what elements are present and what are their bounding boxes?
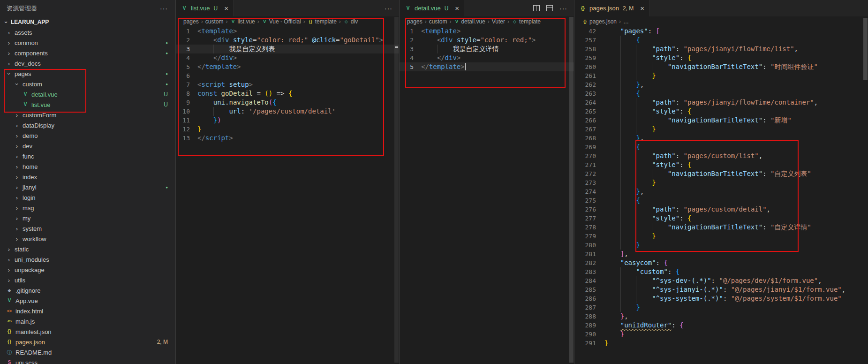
scrollbar-thumb[interactable] <box>569 17 574 363</box>
close-icon[interactable]: × <box>455 5 459 12</box>
tab-list.vue[interactable]: Vlist.vueU× <box>176 0 234 16</box>
indent-guide <box>636 276 636 285</box>
tree-folder-dataDisplay[interactable]: ›dataDisplay <box>0 120 175 130</box>
breadcrumb-item[interactable]: ◇template <box>512 18 541 25</box>
project-root-row[interactable]: › LEARUN_APP <box>0 17 175 27</box>
code-editor-detail-vue[interactable]: 1<template>2 <div style="color: red;">3 … <box>400 27 574 364</box>
breadcrumb-item[interactable]: pages <box>183 18 199 25</box>
tree-folder-static[interactable]: ›static <box>0 244 175 254</box>
scrollbar-thumb[interactable] <box>863 18 868 80</box>
scrollbar-thumb[interactable] <box>394 17 399 363</box>
indent-guide <box>620 107 621 116</box>
tree-file-list.vue[interactable]: Vlist.vueU <box>0 99 175 110</box>
code-line: 1<template> <box>400 27 574 36</box>
indent-guide <box>620 98 621 107</box>
line-number: 13 <box>176 134 197 143</box>
breadcrumb-item[interactable]: VVue - Official <box>262 18 301 25</box>
tree-folder-components[interactable]: ›components● <box>0 48 175 58</box>
breadcrumb-item[interactable]: Vdetail.vue <box>453 18 485 25</box>
code-text: <div style="color: red;" @click="goDetai… <box>197 36 399 45</box>
breadcrumb-item[interactable]: … <box>623 18 629 25</box>
tree-folder-func[interactable]: ›func <box>0 151 175 161</box>
tree-folder-utils[interactable]: ›utils <box>0 275 175 285</box>
line-number: 259 <box>574 53 604 62</box>
code-line: 282 "easycom": { <box>574 258 868 267</box>
tree-folder-customForm[interactable]: ›customForm <box>0 110 175 120</box>
tree-file-uni.scss[interactable]: Suni.scss <box>0 357 175 364</box>
code-editor-list-vue[interactable]: 1<template>2 <div style="color: red;" @c… <box>176 27 399 364</box>
tree-folder-system[interactable]: ›system <box>0 223 175 234</box>
split-editor-icon[interactable] <box>533 5 540 11</box>
breadcrumb-item[interactable]: {}pages.json <box>582 18 617 25</box>
tree-folder-workflow[interactable]: ›workflow <box>0 234 175 244</box>
tree-folder-msg[interactable]: ›msg <box>0 203 175 213</box>
line-number: 265 <box>574 107 604 116</box>
git-modified-dot-icon: ● <box>166 185 168 190</box>
breadcrumb-label: div <box>351 18 358 25</box>
tree-folder-unpackage[interactable]: ›unpackage <box>0 265 175 275</box>
tree-folder-dev[interactable]: ›dev <box>0 141 175 151</box>
tree-item-label: pages <box>15 70 31 77</box>
breadcrumb-item[interactable]: {}template <box>308 18 337 25</box>
chevron-right-icon: › <box>6 50 12 56</box>
breadcrumb-1: pages›custom›Vlist.vue›VVue - Official›{… <box>176 16 399 27</box>
tree-file-manifest.json[interactable]: {}manifest.json <box>0 326 175 337</box>
code-text: "path": "pages/custom/detail", <box>604 205 868 214</box>
breadcrumb-separator-icon: › <box>449 18 451 25</box>
breadcrumb-item[interactable]: custom <box>205 18 224 25</box>
breadcrumb-item[interactable]: pages <box>407 18 423 25</box>
indent-guide <box>620 116 621 125</box>
code-text: }, <box>604 134 868 143</box>
tree-folder-uni_modules[interactable]: ›uni_modules <box>0 254 175 265</box>
explorer-header: 资源管理器 ··· <box>0 0 175 17</box>
breadcrumb-item[interactable]: Vlist.vue <box>230 18 255 25</box>
tree-folder-common[interactable]: ›common● <box>0 38 175 48</box>
tree-file-index.html[interactable]: <>index.html <box>0 306 175 316</box>
tree-folder-pages[interactable]: ›pages● <box>0 68 175 79</box>
tree-item-label: uni_modules <box>15 256 49 263</box>
tree-item-label: dev_docs <box>15 60 41 67</box>
tree-file-.gitignore[interactable]: ◆.gitignore <box>0 285 175 296</box>
tree-file-main.js[interactable]: JSmain.js <box>0 316 175 326</box>
more-actions-icon[interactable]: ··· <box>160 5 168 12</box>
tree-folder-jianyi[interactable]: ›jianyi● <box>0 182 175 192</box>
chevron-right-icon: › <box>14 215 20 221</box>
tree-file-App.vue[interactable]: VApp.vue <box>0 296 175 306</box>
line-number: 11 <box>176 116 197 125</box>
line-number: 269 <box>574 143 604 152</box>
toggle-layout-icon[interactable] <box>546 5 553 11</box>
close-icon[interactable]: × <box>224 5 228 12</box>
tree-folder-assets[interactable]: ›assets <box>0 27 175 38</box>
tree-file-README.md[interactable]: ⓘREADME.md <box>0 347 175 357</box>
json-icon: {} <box>6 340 13 344</box>
tree-file-detail.vue[interactable]: Vdetail.vueU <box>0 89 175 99</box>
tree-file-pages.json[interactable]: {}pages.json2, M <box>0 337 175 347</box>
more-actions-icon[interactable]: ··· <box>385 5 392 12</box>
scss-icon: S <box>6 360 13 364</box>
breadcrumb-item[interactable]: Vuter <box>492 18 505 25</box>
more-actions-icon[interactable]: ··· <box>559 5 567 12</box>
line-number: 262 <box>574 80 604 89</box>
code-line: 10 url: '/pages/custom/detail' <box>176 107 399 116</box>
git-status-badge: U <box>164 101 168 108</box>
tab-pages.json[interactable]: {}pages.json2, M× <box>574 0 649 16</box>
code-editor-pages-json[interactable]: 42 "pages": [257 {258 "path": "pages/jia… <box>574 27 868 364</box>
chevron-right-icon: › <box>6 267 12 273</box>
code-line: 3 我是自定义详情 <box>400 45 574 53</box>
tree-folder-index[interactable]: ›index <box>0 172 175 182</box>
tree-folder-home[interactable]: ›home <box>0 161 175 172</box>
line-number: 263 <box>574 89 604 98</box>
tree-folder-demo[interactable]: ›demo <box>0 130 175 141</box>
line-number: 271 <box>574 160 604 169</box>
tree-folder-dev_docs[interactable]: ›dev_docs <box>0 58 175 68</box>
tree-folder-login[interactable]: ›login <box>0 192 175 203</box>
line-number: 276 <box>574 205 604 214</box>
close-icon[interactable]: × <box>640 5 644 12</box>
breadcrumb-item[interactable]: ◇div <box>343 18 358 25</box>
code-line: 275 { <box>574 196 868 205</box>
breadcrumb-item[interactable]: custom <box>429 18 447 25</box>
tab-detail.vue[interactable]: Vdetail.vueU× <box>400 0 464 16</box>
code-text: "path": "pages/custom/list", <box>604 152 868 160</box>
tree-folder-my[interactable]: ›my <box>0 213 175 223</box>
tree-folder-custom[interactable]: ›custom● <box>0 79 175 89</box>
